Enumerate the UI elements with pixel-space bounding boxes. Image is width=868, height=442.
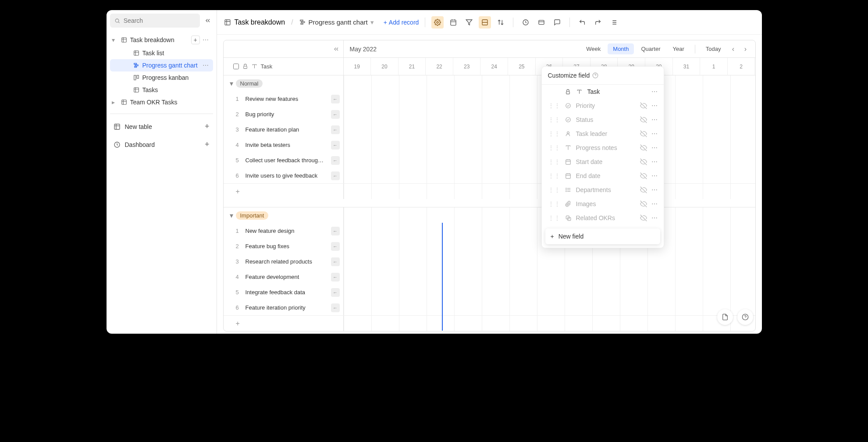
next-button[interactable]: › [740, 44, 751, 54]
jump-button[interactable]: ← [331, 95, 340, 103]
more-button[interactable]: ⋯ [651, 200, 658, 207]
drag-handle-icon[interactable]: ⋮⋮ [548, 200, 560, 207]
sidebar-item-task-list[interactable]: Task list [110, 47, 213, 59]
docs-button[interactable] [717, 309, 733, 325]
sidebar-item-progress-kanban[interactable]: Progress kanban [110, 71, 213, 84]
drag-handle-icon[interactable]: ⋮⋮ [548, 172, 560, 179]
drag-handle-icon[interactable]: ⋮⋮ [548, 186, 560, 193]
drag-handle-icon[interactable]: ⋮⋮ [548, 144, 560, 151]
jump-button[interactable]: ← [331, 141, 340, 150]
card-button[interactable] [535, 16, 548, 29]
search-input[interactable] [124, 17, 196, 24]
task-row[interactable]: 2 Bug priority ← [224, 107, 755, 122]
visibility-toggle[interactable] [640, 158, 647, 165]
visibility-toggle[interactable] [640, 214, 647, 221]
comment-button[interactable] [551, 16, 563, 29]
add-view-button[interactable]: + [191, 36, 200, 44]
add-record-button[interactable]: + Add record [384, 19, 419, 26]
notification-button[interactable] [519, 16, 532, 29]
visibility-toggle[interactable] [640, 172, 647, 179]
field-related-okrs[interactable]: ⋮⋮ Related OKRs ⋯ [542, 211, 664, 225]
visibility-toggle[interactable] [640, 116, 647, 123]
view-selector[interactable]: Progress gantt chart ▾ [299, 18, 374, 26]
more-button[interactable]: ⋯ [651, 172, 658, 179]
visibility-toggle[interactable] [640, 130, 647, 137]
new-table-button[interactable]: New table + [110, 118, 213, 135]
drag-handle-icon[interactable]: ⋮⋮ [548, 102, 560, 109]
field-start-date[interactable]: ⋮⋮ Start date ⋯ [542, 155, 664, 169]
search-box[interactable] [110, 14, 200, 28]
field-images[interactable]: ⋮⋮ Images ⋯ [542, 197, 664, 211]
redo-button[interactable] [592, 16, 604, 29]
drag-handle-icon[interactable]: ⋮⋮ [548, 130, 560, 137]
more-button[interactable]: ⋯ [651, 88, 658, 95]
task-row[interactable]: 3 Feature iteration plan ← [224, 122, 755, 137]
prev-button[interactable]: ‹ [728, 44, 739, 54]
help-icon[interactable] [592, 72, 598, 78]
task-row[interactable]: 5 Collect user feedback through surveys … [224, 153, 755, 168]
undo-button[interactable] [576, 16, 588, 29]
today-button[interactable]: Today [701, 43, 726, 54]
scale-quarter[interactable]: Quarter [636, 43, 665, 54]
jump-button[interactable]: ← [331, 156, 340, 165]
task-row[interactable]: 4 Feature development ← [224, 269, 755, 285]
field-status[interactable]: ⋮⋮ Status ⋯ [542, 113, 664, 127]
new-field-button[interactable]: + New field [545, 228, 660, 244]
task-row[interactable]: 1 Review new features ← [224, 91, 755, 107]
visibility-toggle[interactable] [640, 102, 647, 109]
task-row[interactable]: 6 Feature iteration priority ← [224, 300, 755, 315]
settings-button[interactable] [431, 16, 444, 29]
collapse-panel-button[interactable] [333, 46, 340, 53]
field-progress-notes[interactable]: ⋮⋮ Progress notes ⋯ [542, 141, 664, 155]
calendar-button[interactable] [447, 16, 459, 29]
more-button[interactable]: ⋯ [651, 186, 658, 193]
sidebar-section-team-okr[interactable]: ▸ Team OKR Tasks [110, 96, 213, 108]
jump-button[interactable]: ← [331, 257, 340, 266]
task-row[interactable]: 1 New feature design ← [224, 223, 755, 239]
drag-handle-icon[interactable]: ⋮⋮ [548, 158, 560, 165]
dashboard-button[interactable]: Dashboard + [110, 135, 213, 153]
more-button[interactable]: ⋯ [203, 62, 211, 69]
select-all-checkbox[interactable] [233, 64, 239, 69]
scale-week[interactable]: Week [581, 43, 606, 54]
more-button[interactable]: ⋯ [203, 36, 211, 43]
scale-year[interactable]: Year [668, 43, 690, 54]
group-header-normal[interactable]: ▾ Normal [224, 75, 755, 91]
sidebar-item-progress-gantt[interactable]: Progress gantt chart ⋯ [110, 59, 213, 71]
more-button[interactable]: ⋯ [651, 214, 658, 221]
task-row[interactable]: 2 Feature bug fixes ← [224, 239, 755, 254]
drag-handle-icon[interactable]: ⋮⋮ [548, 116, 560, 123]
more-button[interactable]: ⋯ [651, 158, 658, 165]
automation-button[interactable] [608, 16, 620, 29]
jump-button[interactable]: ← [331, 125, 340, 134]
jump-button[interactable]: ← [331, 227, 340, 235]
task-row[interactable]: 6 Invite users to give feedback ← [224, 168, 755, 183]
drag-handle-icon[interactable]: ⋮⋮ [548, 214, 560, 221]
sidebar-section-task-breakdown[interactable]: ▾ Task breakdown + ⋯ [110, 33, 213, 47]
group-button[interactable] [479, 16, 491, 29]
task-row[interactable]: 4 Invite beta testers ← [224, 137, 755, 153]
add-row-button[interactable]: + [224, 183, 755, 199]
field-end-date[interactable]: ⋮⋮ End date ⋯ [542, 169, 664, 183]
more-button[interactable]: ⋯ [651, 130, 658, 137]
sidebar-item-tasks[interactable]: Tasks [110, 84, 213, 96]
jump-button[interactable]: ← [331, 171, 340, 180]
sort-button[interactable] [494, 16, 507, 29]
breadcrumb-root[interactable]: Task breakdown [235, 18, 285, 26]
more-button[interactable]: ⋯ [651, 102, 658, 109]
jump-button[interactable]: ← [331, 273, 340, 282]
add-row-button[interactable]: + [224, 315, 755, 331]
field-task-leader[interactable]: ⋮⋮ Task leader ⋯ [542, 127, 664, 141]
more-button[interactable]: ⋯ [651, 144, 658, 151]
sidebar-collapse-button[interactable] [203, 15, 213, 26]
task-row[interactable]: 3 Research related products ← [224, 254, 755, 269]
help-button[interactable] [737, 309, 753, 325]
filter-button[interactable] [463, 16, 475, 29]
jump-button[interactable]: ← [331, 303, 340, 312]
jump-button[interactable]: ← [331, 242, 340, 251]
task-row[interactable]: 5 Integrate feedback data ← [224, 285, 755, 300]
group-header-important[interactable]: ▾ Important [224, 207, 755, 223]
visibility-toggle[interactable] [640, 200, 647, 207]
jump-button[interactable]: ← [331, 110, 340, 119]
visibility-toggle[interactable] [640, 144, 647, 151]
